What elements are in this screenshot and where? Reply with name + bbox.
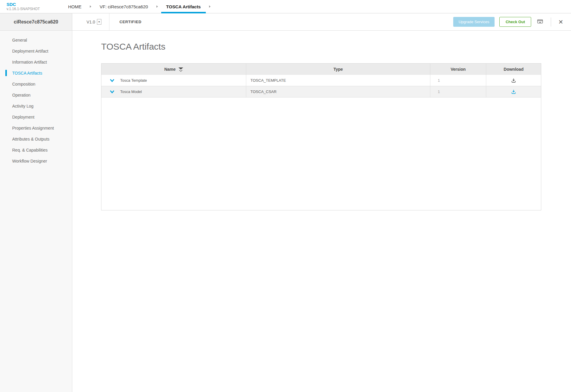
column-label: Download xyxy=(504,67,524,72)
column-header-download: Download xyxy=(486,64,541,75)
version-label: V1.0 xyxy=(87,20,95,24)
upgrade-services-button[interactable]: Upgrade Services xyxy=(453,17,495,27)
artifact-version-cell: 1 xyxy=(430,75,486,86)
main-panel: V1.0 ▼ CERTIFIED Upgrade Services Check … xyxy=(72,13,571,392)
chevron-down-icon xyxy=(109,79,115,82)
column-label: Type xyxy=(333,67,343,72)
download-cell xyxy=(486,75,541,86)
table-row: Tosca Model TOSCA_CSAR 1 xyxy=(101,86,541,97)
sidebar-item-label: Workflow Designer xyxy=(12,159,47,163)
table-row: Tosca Template TOSCA_TEMPLATE 1 xyxy=(101,75,541,86)
caret-glyph: ▼ xyxy=(98,21,100,23)
sidebar-item-properties-assignment[interactable]: Properties Assignment xyxy=(0,122,72,133)
download-button[interactable] xyxy=(511,89,517,95)
content-area: TOSCA Artifacts Name Type Version Downlo… xyxy=(72,31,571,210)
sidebar-item-label: Activity Log xyxy=(12,104,34,108)
table-header-row: Name Type Version Download xyxy=(101,64,541,75)
sidebar: ciResce7c875ca620 General Deployment Art… xyxy=(0,13,72,392)
toolbar: V1.0 ▼ CERTIFIED Upgrade Services Check … xyxy=(72,13,571,31)
sidebar-item-activity-log[interactable]: Activity Log xyxy=(0,100,72,111)
sidebar-item-label: Operation xyxy=(12,93,30,97)
sidebar-item-general[interactable]: General xyxy=(0,34,72,45)
top-nav-bar: SDC v.1.16.1-SNAPSHOT HOME VF: ciResce7c… xyxy=(0,0,571,13)
artifact-version: 1 xyxy=(438,78,440,83)
sidebar-item-label: Deployment Artifact xyxy=(12,49,48,53)
download-icon xyxy=(511,89,517,95)
sidebar-item-label: Attributes & Outputs xyxy=(12,137,49,141)
workspace: ciResce7c875ca620 General Deployment Art… xyxy=(0,13,571,392)
column-header-name[interactable]: Name xyxy=(101,64,246,75)
artifact-version-cell: 1 xyxy=(430,86,486,97)
sidebar-item-composition[interactable]: Composition xyxy=(0,78,72,89)
expand-row-button[interactable] xyxy=(109,90,115,94)
sidebar-item-req-capabilities[interactable]: Req. & Capabilities xyxy=(0,144,72,155)
artifact-name: Tosca Model xyxy=(120,89,142,94)
active-indicator-bar xyxy=(5,70,7,76)
sidebar-item-operation[interactable]: Operation xyxy=(0,89,72,100)
arrow-right-icon xyxy=(209,5,211,8)
sidebar-item-label: General xyxy=(12,38,27,42)
sidebar-item-label: Composition xyxy=(12,82,35,86)
toolbar-divider xyxy=(109,13,109,30)
sort-desc-icon xyxy=(178,67,183,72)
close-button[interactable]: ✕ xyxy=(558,18,564,26)
chevron-down-icon: ▼ xyxy=(97,19,101,25)
sidebar-item-information-artifact[interactable]: Information Artifact xyxy=(0,56,72,67)
page-title: TOSCA Artifacts xyxy=(101,41,571,52)
column-header-type: Type xyxy=(246,64,430,75)
sidebar-item-tosca-artifacts[interactable]: TOSCA Artifacts xyxy=(0,67,72,78)
sidebar-item-label: TOSCA Artifacts xyxy=(12,71,42,75)
tab-vf-ciresce7c875ca620[interactable]: VF: ciResce7c875ca620 xyxy=(95,0,153,13)
sidebar-item-label: Deployment xyxy=(12,115,34,119)
sort-triangle xyxy=(178,67,183,70)
toolbar-actions: Upgrade Services Check Out ✕ xyxy=(453,17,564,27)
artifact-type: TOSCA_TEMPLATE xyxy=(250,78,286,83)
sidebar-item-label: Information Artifact xyxy=(12,60,47,64)
artifact-name-cell: Tosca Template xyxy=(101,75,246,86)
version-selector[interactable]: V1.0 ▼ xyxy=(87,19,101,25)
toolbar-divider xyxy=(551,18,551,26)
logo-version: v.1.16.1-SNAPSHOT xyxy=(7,7,63,11)
arrow-right-icon xyxy=(156,5,158,8)
print-icon xyxy=(537,18,544,26)
download-button[interactable] xyxy=(511,78,517,84)
tosca-artifacts-table: Name Type Version Download xyxy=(101,63,541,210)
sidebar-item-label: Req. & Capabilities xyxy=(12,148,48,152)
check-out-button[interactable]: Check Out xyxy=(499,17,531,27)
tab-tosca-artifacts[interactable]: TOSCA Artifacts xyxy=(161,0,206,13)
sort-chevron xyxy=(179,70,183,72)
logo-text: SDC xyxy=(7,2,63,7)
print-button[interactable] xyxy=(536,18,544,26)
sidebar-item-workflow-designer[interactable]: Workflow Designer xyxy=(0,155,72,166)
column-label: Name xyxy=(164,67,175,72)
artifact-name: Tosca Template xyxy=(120,78,147,83)
sidebar-menu: General Deployment Artifact Information … xyxy=(0,31,72,166)
status-badge: CERTIFIED xyxy=(120,20,142,24)
artifact-name-cell: Tosca Model xyxy=(101,86,246,97)
sidebar-item-attributes-outputs[interactable]: Attributes & Outputs xyxy=(0,133,72,144)
artifact-type-cell: TOSCA_CSAR xyxy=(246,86,430,97)
expand-row-button[interactable] xyxy=(109,79,115,82)
column-header-version: Version xyxy=(430,64,486,75)
download-cell xyxy=(486,86,541,97)
arrow-right-icon xyxy=(90,5,91,8)
close-icon: ✕ xyxy=(558,19,563,25)
artifact-type: TOSCA_CSAR xyxy=(250,89,277,94)
sdc-logo[interactable]: SDC v.1.16.1-SNAPSHOT xyxy=(0,0,63,13)
sidebar-item-deployment[interactable]: Deployment xyxy=(0,111,72,122)
breadcrumb: HOME VF: ciResce7c875ca620 TOSCA Artifac… xyxy=(63,0,214,13)
artifact-type-cell: TOSCA_TEMPLATE xyxy=(246,75,430,86)
download-icon xyxy=(511,78,517,84)
sidebar-title: ciResce7c875ca620 xyxy=(0,13,72,31)
tab-home[interactable]: HOME xyxy=(63,0,87,13)
chevron-down-icon xyxy=(109,90,115,94)
artifact-version: 1 xyxy=(438,89,440,94)
sidebar-item-label: Properties Assignment xyxy=(12,126,54,130)
sidebar-item-deployment-artifact[interactable]: Deployment Artifact xyxy=(0,45,72,56)
column-label: Version xyxy=(451,67,466,72)
